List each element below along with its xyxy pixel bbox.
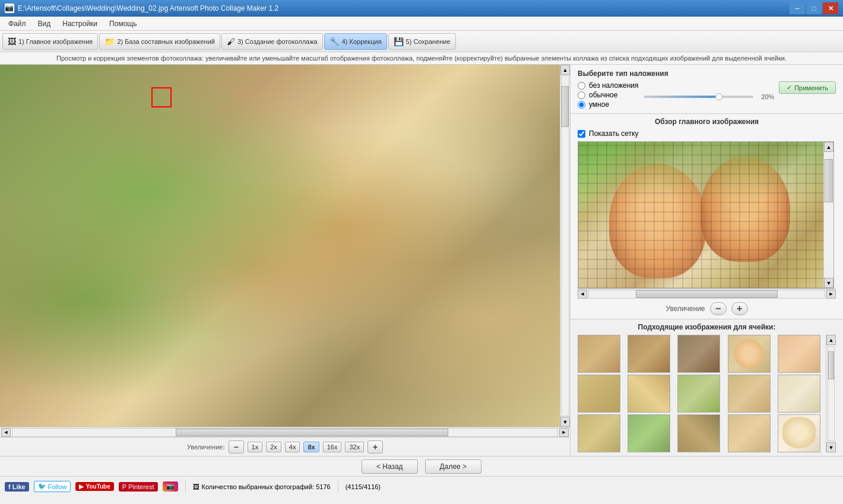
preview-hscroll-track bbox=[588, 290, 825, 299]
overlay-slider[interactable] bbox=[644, 96, 753, 98]
overlay-smart-option: умное bbox=[578, 100, 639, 109]
matching-scroll-down[interactable]: ▼ bbox=[826, 442, 836, 452]
matching-thumb-5[interactable] bbox=[778, 335, 820, 373]
step1-label: 1) Главное изображение bbox=[18, 38, 93, 45]
step4-button[interactable]: 🔧 4) Коррекция bbox=[324, 33, 387, 50]
zoom-8x[interactable]: 8x bbox=[303, 442, 319, 452]
collage-mosaic: ▲ ▼ bbox=[0, 65, 570, 427]
facebook-like-button[interactable]: f Like bbox=[5, 482, 29, 492]
step3-button[interactable]: 🖌 3) Создание фотоколлажа bbox=[221, 33, 323, 50]
zoom-minus-button[interactable]: − bbox=[229, 440, 244, 454]
matching-thumb-10[interactable] bbox=[778, 375, 820, 413]
collage-viewport[interactable]: ▲ ▼ bbox=[0, 65, 570, 427]
matching-thumb-9[interactable] bbox=[728, 375, 771, 413]
overlay-smart-radio[interactable] bbox=[578, 101, 585, 109]
collage-scroll-up[interactable]: ▲ bbox=[560, 65, 570, 75]
selected-cell[interactable] bbox=[151, 87, 172, 107]
preview-hscroll-right[interactable]: ► bbox=[826, 290, 836, 299]
preview-zoom-label: Увеличение bbox=[665, 305, 705, 313]
menu-help[interactable]: Помощь bbox=[103, 18, 142, 29]
matching-thumb-13[interactable] bbox=[677, 414, 720, 452]
next-button[interactable]: Далее > bbox=[425, 459, 482, 474]
menu-file[interactable]: Файл bbox=[2, 18, 32, 29]
overlay-none-label[interactable]: без наложения bbox=[589, 81, 639, 90]
matching-thumb-12[interactable] bbox=[628, 414, 670, 452]
facebook-like-label: Like bbox=[12, 483, 26, 490]
menu-settings[interactable]: Настройки bbox=[56, 18, 103, 29]
preview-zoom-row: Увеличение − + bbox=[578, 299, 836, 315]
show-grid-checkbox[interactable] bbox=[578, 130, 585, 138]
step1-button[interactable]: 🖼 1) Главное изображение bbox=[2, 33, 98, 50]
close-button[interactable]: ✕ bbox=[823, 2, 838, 14]
pinterest-button[interactable]: P Pinterest bbox=[119, 482, 158, 492]
overlay-normal-radio[interactable] bbox=[578, 91, 585, 99]
matching-scroll-track bbox=[828, 346, 835, 441]
show-grid-label[interactable]: Показать сетку bbox=[589, 129, 639, 138]
instagram-button[interactable]: 📷 bbox=[163, 481, 178, 492]
preview-vscrollbar[interactable]: ▲ ▼ bbox=[823, 142, 834, 288]
preview-scroll-down[interactable]: ▼ bbox=[824, 278, 834, 288]
step5-icon: 💾 bbox=[394, 37, 404, 46]
menu-view[interactable]: Вид bbox=[32, 18, 57, 29]
overlay-section: Выберите тип наложения без наложения обы… bbox=[571, 65, 843, 114]
overlay-title: Выберите тип наложения bbox=[578, 69, 836, 78]
collage-scroll-track bbox=[561, 75, 569, 416]
facebook-icon: f bbox=[8, 483, 11, 490]
youtube-button[interactable]: ▶ YouTube bbox=[75, 482, 113, 491]
matching-thumb-15[interactable] bbox=[778, 414, 820, 452]
matching-thumb-11[interactable] bbox=[578, 414, 620, 452]
step2-button[interactable]: 📁 2) База составных изображений bbox=[99, 33, 220, 50]
preview-zoom-plus[interactable]: + bbox=[731, 302, 748, 315]
collage-scroll-thumb[interactable] bbox=[562, 86, 569, 127]
collage-hscrollbar: ◄ ► bbox=[0, 427, 570, 437]
preview-inner: ▲ ▼ bbox=[578, 141, 836, 289]
preview-hscroll-thumb[interactable] bbox=[636, 290, 777, 298]
hscroll-thumb[interactable] bbox=[176, 429, 448, 436]
matching-thumb-6[interactable] bbox=[578, 375, 620, 413]
overlay-percent: 20% bbox=[757, 93, 774, 100]
overlay-smart-label[interactable]: умное bbox=[589, 100, 609, 109]
matching-scroll-up[interactable]: ▲ bbox=[826, 335, 836, 345]
hscroll-track bbox=[12, 428, 558, 437]
zoom-32x[interactable]: 32x bbox=[345, 442, 364, 452]
instagram-icon: 📷 bbox=[166, 483, 175, 490]
preview-zoom-minus[interactable]: − bbox=[710, 302, 727, 315]
hscroll-left[interactable]: ◄ bbox=[1, 428, 11, 437]
collage-panel: ▲ ▼ ◄ ► Увеличение: − 1x bbox=[0, 65, 570, 456]
preview-vscroll-thumb[interactable] bbox=[825, 159, 833, 203]
preview-image-area[interactable]: ▲ ▼ bbox=[578, 141, 834, 289]
zoom-16x[interactable]: 16x bbox=[323, 442, 342, 452]
matching-scroll-thumb[interactable] bbox=[828, 351, 834, 379]
matching-thumb-2[interactable] bbox=[628, 335, 670, 373]
zoom-1x[interactable]: 1x bbox=[248, 442, 263, 452]
minimize-button[interactable]: ─ bbox=[790, 2, 805, 14]
matching-thumb-14[interactable] bbox=[728, 414, 771, 452]
twitter-follow-button[interactable]: 🐦 Follow bbox=[34, 481, 71, 492]
collage-vscrollbar[interactable]: ▲ ▼ bbox=[560, 65, 570, 427]
step5-button[interactable]: 💾 5) Сохранение bbox=[388, 33, 456, 50]
overlay-none-radio[interactable] bbox=[578, 82, 585, 90]
maximize-button[interactable]: □ bbox=[806, 2, 822, 14]
matching-vscrollbar[interactable]: ▲ ▼ bbox=[826, 335, 836, 452]
preview-scroll-up[interactable]: ▲ bbox=[824, 142, 834, 152]
matching-thumb-3[interactable] bbox=[677, 335, 720, 373]
preview-hscrollbar[interactable]: ◄ ► bbox=[578, 289, 836, 299]
main-content: ▲ ▼ ◄ ► Увеличение: − 1x bbox=[0, 65, 843, 456]
matching-thumb-1[interactable] bbox=[578, 335, 620, 373]
apply-button[interactable]: ✓ Применить bbox=[779, 81, 836, 94]
youtube-label: YouTube bbox=[85, 483, 110, 490]
zoom-4x[interactable]: 4x bbox=[285, 442, 300, 452]
hscroll-right[interactable]: ► bbox=[559, 428, 569, 437]
matching-grid-container: ▲ ▼ bbox=[578, 335, 836, 452]
step5-label: 5) Сохранение bbox=[406, 38, 451, 45]
zoom-plus-button[interactable]: + bbox=[367, 440, 383, 454]
preview-photo bbox=[578, 142, 834, 288]
zoom-2x[interactable]: 2x bbox=[266, 442, 281, 452]
matching-thumb-4[interactable] bbox=[728, 335, 771, 373]
overlay-normal-label[interactable]: обычное bbox=[589, 91, 617, 99]
collage-scroll-down[interactable]: ▼ bbox=[560, 417, 570, 427]
matching-thumb-7[interactable] bbox=[628, 375, 670, 413]
matching-thumb-8[interactable] bbox=[677, 375, 720, 413]
back-button[interactable]: < Назад bbox=[362, 459, 418, 474]
preview-hscroll-left[interactable]: ◄ bbox=[578, 290, 587, 299]
